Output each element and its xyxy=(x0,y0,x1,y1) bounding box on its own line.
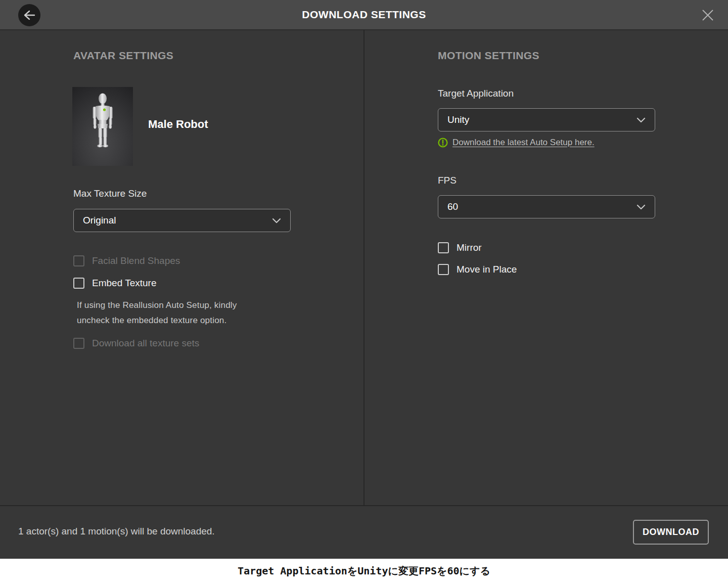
chevron-down-icon xyxy=(636,117,646,123)
fps-label: FPS xyxy=(438,175,457,186)
max-texture-size-value: Original xyxy=(83,215,116,226)
embed-texture-checkbox-row[interactable]: Embed Texture xyxy=(73,278,156,289)
facial-blend-shapes-label: Facial Blend Shapes xyxy=(92,255,180,266)
fps-dropdown[interactable]: 60 xyxy=(438,195,655,218)
chevron-down-icon xyxy=(272,218,281,223)
titlebar: DOWNLOAD SETTINGS xyxy=(0,0,728,30)
close-icon xyxy=(701,8,715,22)
caption-text: Target ApplicationをUnityに変更FPSを60にする xyxy=(238,564,490,578)
avatar-name: Male Robot xyxy=(148,118,208,131)
motion-settings-heading: MOTION SETTINGS xyxy=(438,50,539,62)
chevron-down-icon xyxy=(636,204,646,210)
embed-texture-checkbox[interactable] xyxy=(73,278,84,289)
fps-value: 60 xyxy=(447,201,458,212)
auto-setup-link[interactable]: Download the latest Auto Setup here. xyxy=(452,138,595,148)
panel-divider-vertical xyxy=(363,30,365,505)
avatar-thumbnail xyxy=(72,87,133,166)
move-in-place-checkbox-row[interactable]: Move in Place xyxy=(438,264,517,275)
embed-texture-note-line2: uncheck the embedded texture option. xyxy=(77,316,226,326)
embed-texture-note-line1: If using the Reallusion Auto Setup, kind… xyxy=(77,300,237,310)
download-settings-dialog: DOWNLOAD SETTINGS AVATAR SETTINGS xyxy=(0,0,728,583)
mirror-label: Mirror xyxy=(457,242,482,253)
target-application-dropdown[interactable]: Unity xyxy=(438,108,655,131)
max-texture-size-label: Max Texture Size xyxy=(73,188,147,199)
target-application-value: Unity xyxy=(447,114,469,125)
move-in-place-checkbox[interactable] xyxy=(438,264,449,275)
avatar-settings-heading: AVATAR SETTINGS xyxy=(73,50,173,62)
mirror-checkbox[interactable] xyxy=(438,242,449,253)
max-texture-size-dropdown[interactable]: Original xyxy=(73,209,291,232)
embed-texture-label: Embed Texture xyxy=(92,278,156,289)
info-alert-icon xyxy=(438,138,448,148)
download-all-texture-sets-checkbox-row: Download all texture sets xyxy=(73,338,199,349)
auto-setup-link-row: Download the latest Auto Setup here. xyxy=(438,138,595,148)
close-button[interactable] xyxy=(700,7,716,23)
caption-strip: Target ApplicationをUnityに変更FPSを60にする xyxy=(0,559,728,583)
download-button[interactable]: DOWNLOAD xyxy=(633,520,709,545)
download-summary: 1 actor(s) and 1 motion(s) will be downl… xyxy=(18,526,215,537)
footer-divider xyxy=(0,505,728,506)
dialog-title: DOWNLOAD SETTINGS xyxy=(0,0,728,29)
download-all-texture-sets-checkbox xyxy=(73,338,84,349)
mirror-checkbox-row[interactable]: Mirror xyxy=(438,242,482,253)
download-all-texture-sets-label: Download all texture sets xyxy=(92,338,199,349)
facial-blend-shapes-checkbox xyxy=(73,255,84,266)
move-in-place-label: Move in Place xyxy=(457,264,517,275)
target-application-label: Target Application xyxy=(438,88,514,99)
facial-blend-shapes-checkbox-row: Facial Blend Shapes xyxy=(73,255,180,266)
